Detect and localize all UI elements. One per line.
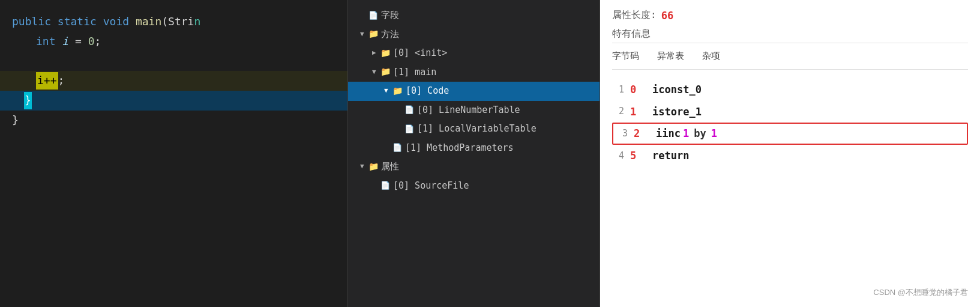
tree-label-init: [0] <init>: [393, 46, 447, 61]
tree-item-sourcefile[interactable]: 📄 [0] SourceFile: [348, 177, 600, 196]
bc-offset-2: 1: [630, 103, 645, 121]
specific-info-title: 特有信息: [612, 28, 968, 43]
code-line-6: }: [0, 111, 347, 130]
equals: =: [68, 33, 88, 50]
bc-instr-3: iinc: [656, 124, 681, 143]
tab-misc[interactable]: 杂项: [702, 50, 720, 64]
closing-brace: }: [12, 112, 19, 129]
file-icon-lvt: 📄: [404, 123, 414, 136]
semicolon: ;: [95, 33, 101, 50]
bc-row-1: 1 0 iconst_0: [612, 79, 968, 101]
keyword-int: int: [36, 33, 62, 50]
tree-label-attrs: 属性: [381, 159, 399, 175]
tree-item-init[interactable]: ▶ 📁 [0] <init>: [348, 44, 600, 63]
bc-arg-3-by: by: [694, 124, 706, 143]
method-name: main: [136, 13, 161, 31]
attr-length-row: 属性长度: 66: [612, 9, 968, 22]
bc-row-4: 4 5 return: [612, 145, 968, 167]
bc-row-3: 3 2 iinc 1 by 1: [612, 123, 968, 145]
tree-label-methods: 方法: [381, 27, 399, 43]
tree-label-fields: 字段: [381, 8, 399, 23]
folder-icon-code: 📁: [392, 84, 403, 99]
arrow-attrs: ▼: [360, 161, 368, 172]
folder-icon-methods: 📁: [368, 27, 379, 41]
code-editor-panel: public static void main(Strin int i = 0;…: [0, 0, 348, 307]
file-icon-lnt: 📄: [404, 103, 414, 117]
tree-item-code[interactable]: ▼ 📁 [0] Code: [348, 82, 600, 101]
bytecode-tabs: 字节码 异常表 杂项: [612, 50, 968, 70]
attr-length-label: 属性长度:: [612, 9, 657, 22]
arrow-methods: ▼: [360, 29, 368, 40]
arrow-init: ▶: [372, 47, 380, 59]
tree-item-localvar[interactable]: 📄 [1] LocalVariableTable: [348, 120, 600, 139]
file-icon: 📄: [368, 9, 378, 22]
bytecode-panel: 属性长度: 66 特有信息 字节码 异常表 杂项 1 0 iconst_0 2 …: [600, 0, 980, 307]
tree-item-methodparams[interactable]: 📄 [1] MethodParameters: [348, 139, 600, 158]
bc-offset-4: 5: [630, 147, 645, 165]
var-i: i: [62, 33, 68, 50]
code-line-2: int i = 0;: [0, 32, 347, 52]
keyword-static: static: [58, 13, 103, 31]
folder-icon-init: 📁: [380, 46, 391, 61]
tree-item-attrs[interactable]: ▼ 📁 属性: [348, 157, 600, 177]
tree-label-lvt: [1] LocalVariableTable: [417, 121, 537, 137]
tree-label-sf: [0] SourceFile: [393, 178, 469, 194]
folder-icon-attrs: 📁: [368, 160, 379, 174]
bc-arg-3-2: 1: [711, 124, 717, 143]
tree-label-mp: [1] MethodParameters: [405, 141, 514, 156]
keyword-void: void: [103, 13, 136, 31]
bc-linenum-4: 4: [612, 148, 624, 164]
attr-length-value: 66: [661, 10, 673, 22]
literal-0: 0: [88, 33, 95, 50]
bc-offset-1: 0: [630, 81, 645, 99]
watermark: CSDN @不想睡觉的橘子君: [873, 287, 968, 298]
bc-linenum-2: 2: [612, 103, 624, 120]
param-type: n: [194, 13, 200, 31]
bc-instr-1: iconst_0: [652, 81, 702, 99]
method-paren: (Stri: [161, 13, 194, 31]
bytecode-table: 1 0 iconst_0 2 1 istore_1 3 2 iinc 1 by …: [612, 79, 968, 166]
keyword-public: public: [12, 13, 58, 31]
tree-item-linenumber[interactable]: 📄 [0] LineNumberTable: [348, 101, 600, 120]
tab-exception-table[interactable]: 异常表: [657, 50, 684, 64]
file-icon-sf: 📄: [380, 179, 390, 192]
tree-label-code: [0] Code: [406, 84, 449, 99]
bc-arg-3-1: 1: [683, 124, 689, 143]
code-line-1: public static void main(Strin: [0, 12, 347, 32]
code-line-5: }: [0, 91, 347, 111]
arrow-main: ▼: [372, 67, 380, 78]
tree-panel: 📄 字段 ▼ 📁 方法 ▶ 📁 [0] <init> ▼ 📁 [1] main …: [348, 0, 600, 307]
iplus-highlight: i++: [36, 72, 58, 90]
bc-linenum-3: 3: [616, 126, 628, 142]
tree-item-main[interactable]: ▼ 📁 [1] main: [348, 63, 600, 82]
folder-icon-main: 📁: [380, 65, 391, 79]
tree-item-methods[interactable]: ▼ 📁 方法: [348, 25, 600, 44]
tab-bytecode[interactable]: 字节码: [612, 50, 639, 64]
cursor: }: [24, 92, 32, 109]
bc-row-2: 2 1 istore_1: [612, 101, 968, 123]
tree-item-fields[interactable]: 📄 字段: [348, 6, 600, 25]
bc-linenum-1: 1: [612, 82, 624, 98]
bc-instr-4: return: [652, 147, 689, 165]
bc-instr-2: istore_1: [652, 103, 702, 121]
code-line-4: i++;: [0, 71, 347, 91]
tree-label-lnt: [0] LineNumberTable: [417, 103, 520, 118]
tree-label-main: [1] main: [393, 65, 436, 81]
semicolon2: ;: [58, 72, 65, 90]
file-icon-mp: 📄: [392, 141, 402, 154]
arrow-code: ▼: [384, 85, 392, 97]
bc-offset-3: 2: [634, 124, 649, 143]
code-line-3: [0, 52, 347, 71]
